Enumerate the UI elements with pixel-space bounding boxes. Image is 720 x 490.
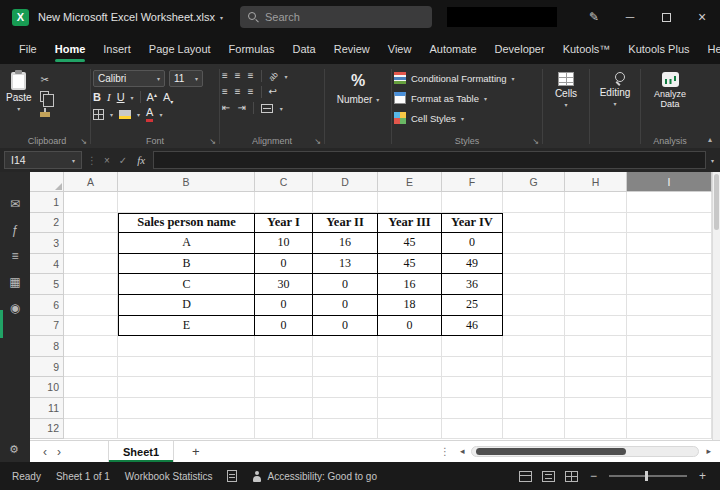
cell-C5[interactable]: 30 [255,274,313,295]
cell-I2[interactable] [627,213,712,234]
cell-G12[interactable] [503,419,565,440]
cell-D2[interactable]: Year II [313,213,378,234]
enter-icon[interactable]: ✓ [117,155,129,166]
cell-A7[interactable] [64,316,118,337]
cell-E1[interactable] [378,192,442,213]
cell-F5[interactable]: 36 [442,274,503,295]
sheet-count[interactable]: Sheet 1 of 1 [56,471,110,482]
decrease-indent-button[interactable]: ⇤ [222,103,230,113]
normal-view-button[interactable] [519,471,532,482]
column-header-A[interactable]: A [64,172,118,192]
mail-icon[interactable]: ✉ [10,198,20,210]
cell-A4[interactable] [64,254,118,275]
analyze-data-button[interactable]: Analyze Data [648,70,692,110]
cell-D6[interactable]: 0 [313,295,378,316]
cell-I12[interactable] [627,419,712,440]
cell-D1[interactable] [313,192,378,213]
scroll-left-icon[interactable]: ◂ [455,447,470,456]
cell-B1[interactable] [118,192,255,213]
borders-button[interactable] [93,109,104,120]
cell-D9[interactable] [313,357,378,378]
cell-I8[interactable] [627,336,712,357]
cell-C6[interactable]: 0 [255,295,313,316]
document-title[interactable]: New Microsoft Excel Worksheet.xlsx ▾ [38,11,223,23]
horizontal-scrollbar-thumb[interactable] [476,448,626,455]
percent-style-icon[interactable]: % [351,72,365,90]
align-top-button[interactable]: ≡ [222,71,228,81]
cell-G5[interactable] [503,274,565,295]
cell-B9[interactable] [118,357,255,378]
cell-D12[interactable] [313,419,378,440]
scroll-right-icon[interactable]: ▸ [701,447,716,456]
cell-A8[interactable] [64,336,118,357]
cell-I5[interactable] [627,274,712,295]
sheet-tab-sheet1[interactable]: Sheet1 [108,441,174,462]
cell-E9[interactable] [378,357,442,378]
row-header-9[interactable]: 9 [30,357,64,378]
italic-button[interactable]: I [107,92,111,103]
cell-E8[interactable] [378,336,442,357]
menu-insert[interactable]: Insert [94,34,140,64]
bold-button[interactable]: B [93,92,101,103]
styles-dialog-launcher-icon[interactable]: ↘ [532,137,539,146]
cell-F11[interactable] [442,398,503,419]
column-header-G[interactable]: G [503,172,565,192]
cell-C10[interactable] [255,377,313,398]
cell-D8[interactable] [313,336,378,357]
cell-F1[interactable] [442,192,503,213]
cell-E12[interactable] [378,419,442,440]
next-sheet-icon[interactable]: › [52,446,66,458]
menu-help[interactable]: Help [699,34,720,64]
row-header-12[interactable]: 12 [30,419,64,440]
alignment-dialog-launcher-icon[interactable]: ↘ [314,137,321,146]
cell-H9[interactable] [565,357,627,378]
orientation-button[interactable]: ab [267,70,280,83]
cell-H2[interactable] [565,213,627,234]
column-header-F[interactable]: F [442,172,503,192]
menu-developer[interactable]: Developer [486,34,554,64]
cell-D11[interactable] [313,398,378,419]
cell-F6[interactable]: 25 [442,295,503,316]
cell-F12[interactable] [442,419,503,440]
reading-layout-icon[interactable]: ≡ [11,250,18,262]
cell-H11[interactable] [565,398,627,419]
cells-button[interactable]: Cells ▾ [555,70,577,108]
horizontal-scrollbar[interactable] [471,446,699,457]
maximize-button[interactable] [648,0,684,34]
fill-color-button[interactable] [119,110,131,119]
zoom-out-button[interactable]: − [588,469,599,483]
zoom-slider[interactable] [609,475,687,477]
cell-A11[interactable] [64,398,118,419]
cell-A1[interactable] [64,192,118,213]
cell-E4[interactable]: 45 [378,254,442,275]
cell-C11[interactable] [255,398,313,419]
tab-splitter-handle[interactable]: ⋮ [437,446,453,457]
cell-G7[interactable] [503,316,565,337]
close-button[interactable]: × [684,0,720,34]
cell-A5[interactable] [64,274,118,295]
cell-C1[interactable] [255,192,313,213]
zoom-in-button[interactable]: + [697,469,708,483]
cell-A2[interactable] [64,213,118,234]
cell-A6[interactable] [64,295,118,316]
search-box[interactable] [240,6,432,28]
conditional-formatting-button[interactable]: Conditional Formatting▾ [394,70,540,86]
cell-C2[interactable]: Year I [255,213,313,234]
cell-D3[interactable]: 16 [313,233,378,254]
cell-E2[interactable]: Year III [378,213,442,234]
menu-home[interactable]: Home [46,34,95,64]
cell-B11[interactable] [118,398,255,419]
fill-color-dropdown-icon[interactable]: ▾ [137,111,140,118]
font-dialog-launcher-icon[interactable]: ↘ [209,137,216,146]
name-box[interactable]: I14 ▾ [4,151,82,169]
cell-H3[interactable] [565,233,627,254]
accessibility-status[interactable]: Accessibility: Good to go [252,471,377,482]
cell-A3[interactable] [64,233,118,254]
row-header-3[interactable]: 3 [30,233,64,254]
settings-gear-icon[interactable]: ⚙ [9,443,19,456]
cell-I1[interactable] [627,192,712,213]
row-header-7[interactable]: 7 [30,316,64,337]
cell-G1[interactable] [503,192,565,213]
cell-C9[interactable] [255,357,313,378]
cell-A10[interactable] [64,377,118,398]
